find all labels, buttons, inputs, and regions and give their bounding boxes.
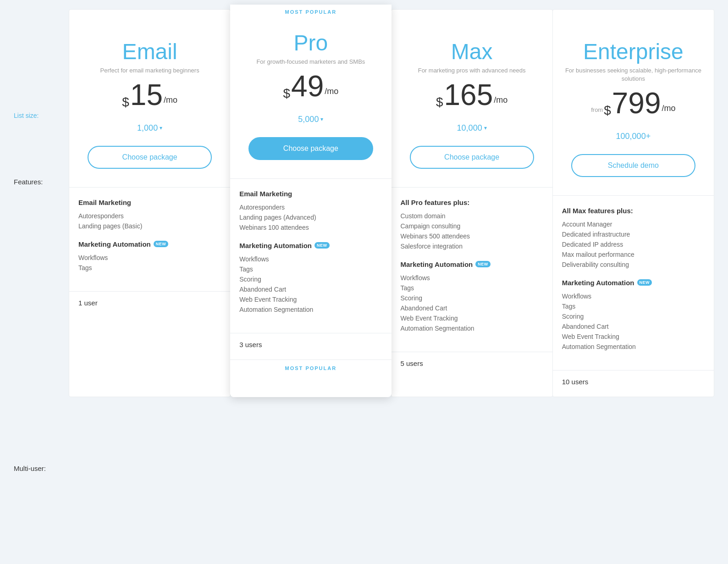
feature-item: Tags [401,283,543,293]
multi-user-label: Multi-user: [14,464,46,472]
feature-item: Max mailout performance [562,249,705,260]
multi-user-section-pro: 3 users [230,333,391,359]
multi-user-section-enterprise: 10 users [553,370,714,397]
plan-desc-max: For marketing pros with advanced needs [401,66,543,75]
feature-item: Automation Segmentation [562,342,705,352]
feature-category: Email Marketing [78,199,221,206]
feature-group: Marketing AutomationNEW WorkflowsTagsSco… [239,242,382,315]
list-size-value-max[interactable]: 10,000 ▾ [457,123,487,133]
feature-category: Marketing AutomationNEW [562,279,705,287]
price-from: from [591,106,603,113]
feature-item: Webinars 100 attendees [239,222,382,232]
plan-name-enterprise: Enterprise [562,41,705,63]
multi-user-section-email: 1 user [69,291,230,318]
feature-item: Scoring [562,311,705,321]
price-amount: 49 [291,73,324,100]
cta-button-pro[interactable]: Choose package [248,137,373,160]
plan-price-pro: $ 49 /mo [239,73,382,100]
feature-item: Dedicated infrastructure [562,229,705,239]
feature-item: Scoring [239,274,382,284]
price-amount: 165 [444,82,493,109]
feature-item: Workflows [78,253,221,263]
new-badge: NEW [314,242,330,249]
price-symbol: $ [122,96,129,109]
feature-item: Autoresponders [239,202,382,212]
feature-category: Marketing AutomationNEW [78,240,221,248]
price-period: /mo [164,95,177,105]
feature-group: Email Marketing AutorespondersLanding pa… [239,190,382,232]
new-badge: NEW [154,241,169,247]
dropdown-caret-icon: ▾ [484,125,487,131]
most-popular-badge-top: MOST POPULAR [230,5,391,18]
feature-item: Landing pages (Advanced) [239,212,382,222]
plan-header-pro: Pro For growth-focused marketers and SMB… [230,18,391,111]
feature-item: Webinars 500 attendees [401,231,543,241]
plan-col-pro: MOST POPULAR Pro For growth-focused mark… [230,5,391,397]
feature-item: Tags [239,264,382,274]
feature-group: All Max features plus: Account ManagerDe… [562,207,705,270]
feature-item: Custom domain [401,211,543,221]
cta-button-enterprise[interactable]: Schedule demo [571,154,695,177]
feature-item: Autoresponders [78,211,221,221]
feature-item: Tags [78,263,221,273]
list-size-value-enterprise[interactable]: 100,000+ [616,132,651,141]
feature-item: Web Event Tracking [239,294,382,304]
plan-desc-pro: For growth-focused marketers and SMBs [239,58,382,66]
feature-item: Workflows [401,273,543,283]
feature-category: Marketing AutomationNEW [401,260,543,268]
feature-item: Dedicated IP address [562,239,705,249]
price-period: /mo [325,87,338,96]
feature-item: Tags [562,301,705,311]
feature-group: Marketing AutomationNEW WorkflowsTagsSco… [562,279,705,352]
price-period: /mo [662,104,676,113]
features-section-enterprise: All Max features plus: Account ManagerDe… [553,196,714,370]
feature-category: All Max features plus: [562,207,705,215]
price-symbol: $ [283,87,290,100]
feature-item: Automation Segmentation [401,323,543,333]
list-size-value-email[interactable]: 1,000 ▾ [137,123,162,133]
feature-group: Email Marketing AutorespondersLanding pa… [78,199,221,231]
plan-desc-enterprise: For businesses seeking scalable, high-pe… [562,66,705,83]
feature-item: Abandoned Cart [239,284,382,294]
list-size-label: List size: [14,112,39,119]
cta-button-max[interactable]: Choose package [410,146,534,169]
features-section-email: Email Marketing AutorespondersLanding pa… [69,188,230,291]
feature-item: Salesforce integration [401,241,543,251]
most-popular-badge-bottom: MOST POPULAR [230,359,391,376]
feature-item: Workflows [562,291,705,301]
feature-category: All Pro features plus: [401,199,543,206]
features-section-pro: Email Marketing AutorespondersLanding pa… [230,179,391,333]
list-size-row-email: 1,000 ▾ [69,120,230,140]
labels-column: List size: Features: Multi-user: [14,9,69,481]
pricing-page: List size: Features: Multi-user: Email P… [0,0,728,490]
feature-item: Scoring [401,293,543,303]
feature-item: Landing pages (Basic) [78,221,221,231]
price-period: /mo [494,95,507,105]
feature-item: Abandoned Cart [562,321,705,332]
feature-item: Account Manager [562,219,705,229]
price-symbol: $ [604,104,611,117]
feature-group: All Pro features plus: Custom domainCamp… [401,199,543,251]
list-size-row-pro: 5,000 ▾ [230,111,391,132]
plan-price-max: $ 165 /mo [401,82,543,109]
cta-button-email[interactable]: Choose package [88,146,212,169]
plan-name-pro: Pro [239,32,382,54]
feature-item: Deliverability consulting [562,260,705,270]
price-amount: 15 [130,82,163,109]
feature-category: Marketing AutomationNEW [239,242,382,249]
feature-item: Automation Segmentation [239,304,382,315]
plan-name-email: Email [78,41,221,63]
list-size-value-pro[interactable]: 5,000 ▾ [298,115,323,124]
dropdown-caret-icon: ▾ [320,116,323,122]
plans-grid: Email Perfect for email marketing beginn… [69,9,714,397]
list-size-row-enterprise: 100,000+ [553,128,714,149]
feature-item: Web Event Tracking [562,332,705,342]
plan-header-max: Max For marketing pros with advanced nee… [392,27,552,120]
features-label: Features: [14,178,43,186]
feature-group: Marketing AutomationNEW WorkflowsTags [78,240,221,273]
price-symbol: $ [436,96,443,109]
plan-col-max: Max For marketing pros with advanced nee… [391,9,553,397]
features-section-max: All Pro features plus: Custom domainCamp… [392,188,552,352]
new-badge: NEW [637,279,652,286]
new-badge: NEW [475,261,491,267]
